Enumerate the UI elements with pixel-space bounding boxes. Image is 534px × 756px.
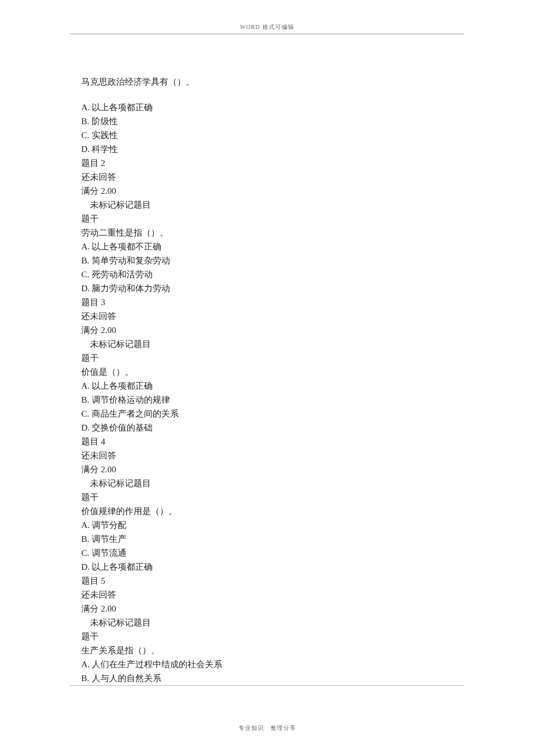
answer-status: 还未回答 [81, 309, 534, 323]
option-d: D. 以上各项都正确 [81, 560, 534, 574]
question-title: 题目 4 [81, 435, 534, 448]
page-footer-wrap: 专业知识 整理分享 [0, 685, 534, 732]
option-c: C. 死劳动和活劳动 [81, 267, 534, 281]
flag-status: 未标记标记题目 [81, 198, 534, 212]
question-5-meta: 题目 5 还未回答 满分 2.00 未标记标记题目 题干 生产关系是指（）。 A… [81, 574, 534, 685]
page-header: WORD 格式可编辑 [70, 23, 464, 34]
stem-label: 题干 [81, 351, 534, 365]
flag-status: 未标记标记题目 [81, 476, 534, 490]
question-stem: 马克思政治经济学具有（）。 [81, 75, 534, 89]
full-score: 满分 2.00 [81, 602, 534, 616]
option-b: B. 简单劳动和复杂劳动 [81, 254, 534, 267]
full-score: 满分 2.00 [81, 184, 534, 198]
option-a: A. 调节分配 [81, 518, 534, 532]
option-d: D. 交换价值的基础 [81, 421, 534, 435]
option-d: D. 脑力劳动和体力劳动 [81, 281, 534, 295]
question-2-meta: 题目 2 还未回答 满分 2.00 未标记标记题目 题干 劳动二重性是指（）。 … [81, 156, 534, 295]
stem-label: 题干 [81, 490, 534, 504]
flag-status: 未标记标记题目 [81, 337, 534, 351]
option-b: B. 阶级性 [81, 114, 534, 128]
flag-status: 未标记标记题目 [81, 616, 534, 630]
answer-status: 还未回答 [81, 448, 534, 462]
full-score: 满分 2.00 [81, 323, 534, 337]
full-score: 满分 2.00 [81, 462, 534, 476]
page: WORD 格式可编辑 马克思政治经济学具有（）。 A. 以上各项都正确 B. 阶… [0, 0, 534, 750]
question-stem: 价值是（）。 [81, 365, 534, 379]
question-stem: 生产关系是指（）。 [81, 643, 534, 657]
option-b: B. 调节生产 [81, 532, 534, 546]
document-body: 马克思政治经济学具有（）。 A. 以上各项都正确 B. 阶级性 C. 实践性 D… [81, 75, 534, 685]
question-title: 题目 2 [81, 156, 534, 170]
option-d: D. 科学性 [81, 142, 534, 156]
question-3-meta: 题目 3 还未回答 满分 2.00 未标记标记题目 题干 价值是（）。 A. 以… [81, 295, 534, 435]
question-title: 题目 3 [81, 295, 534, 309]
question-1: 马克思政治经济学具有（）。 [81, 75, 534, 89]
option-c: C. 商品生产者之间的关系 [81, 407, 534, 421]
stem-label: 题干 [81, 630, 534, 643]
option-a: A. 人们在生产过程中结成的社会关系 [81, 657, 534, 671]
answer-status: 还未回答 [81, 588, 534, 602]
question-4-meta: 题目 4 还未回答 满分 2.00 未标记标记题目 题干 价值规律的作用是（）。… [81, 435, 534, 574]
page-footer: 专业知识 整理分享 [0, 721, 534, 732]
stem-label: 题干 [81, 212, 534, 226]
answer-status: 还未回答 [81, 170, 534, 184]
footer-divider [70, 685, 464, 686]
option-c: C. 调节流通 [81, 546, 534, 560]
question-1-options: A. 以上各项都正确 B. 阶级性 C. 实践性 D. 科学性 [81, 100, 534, 156]
option-b: B. 调节价格运动的规律 [81, 393, 534, 407]
option-b: B. 人与人的自然关系 [81, 671, 534, 685]
question-stem: 价值规律的作用是（）。 [81, 504, 534, 518]
option-a: A. 以上各项都不正确 [81, 240, 534, 254]
option-a: A. 以上各项都正确 [81, 379, 534, 393]
question-title: 题目 5 [81, 574, 534, 588]
option-a: A. 以上各项都正确 [81, 100, 534, 114]
option-c: C. 实践性 [81, 128, 534, 142]
question-stem: 劳动二重性是指（）。 [81, 226, 534, 240]
